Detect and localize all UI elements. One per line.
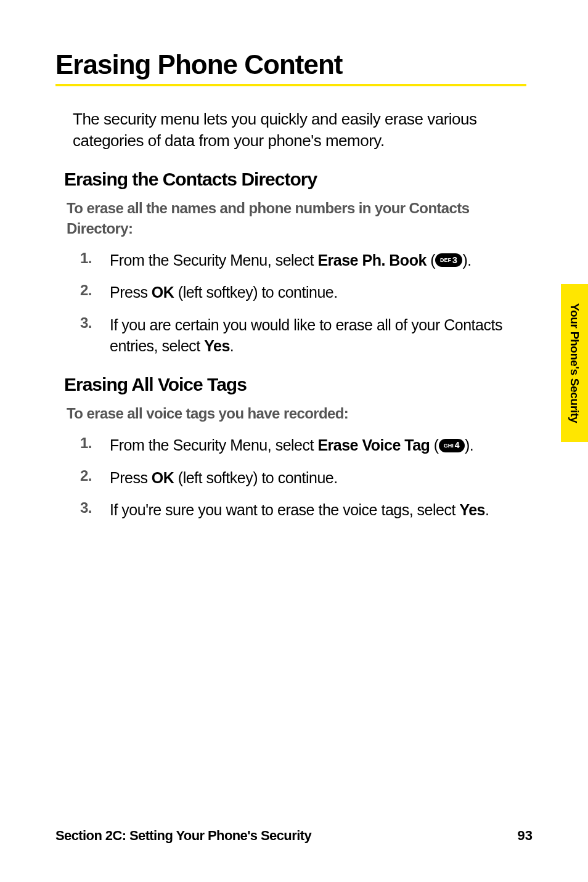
step-number: 1. [80,435,110,452]
bold-ok: OK [152,469,174,486]
page: Erasing Phone Content The security menu … [0,0,588,882]
step-body: From the Security Menu, select Erase Voi… [110,435,473,456]
step-body: Press OK (left softkey) to continue. [110,467,338,489]
key-big: 3 [452,255,457,266]
list-item: 2. Press OK (left softkey) to continue. [80,282,526,303]
bold-erase-voice-tag: Erase Voice Tag [317,436,430,454]
side-tab: Your Phone's Security [561,284,588,442]
lead-voicetags: To erase all voice tags you have recorde… [67,404,526,423]
step-body: If you're sure you want to erase the voi… [110,499,489,521]
list-item: 1. From the Security Menu, select Erase … [80,435,526,456]
bold-ok: OK [152,284,174,301]
step-body: If you are certain you would like to era… [110,314,526,357]
text: (left softkey) to continue. [174,469,337,486]
list-item: 3. If you are certain you would like to … [80,314,526,357]
text: Press [110,469,152,486]
step-body: From the Security Menu, select Erase Ph.… [110,250,472,271]
key-big: 4 [455,439,460,451]
text: ). [462,251,471,269]
text: ( [427,251,435,269]
subhead-voicetags: Erasing All Voice Tags [64,374,526,395]
list-item: 3. If you're sure you want to erase the … [80,499,526,521]
list-item: 1. From the Security Menu, select Erase … [80,250,526,271]
step-number: 2. [80,467,110,484]
page-footer: Section 2C: Setting Your Phone's Securit… [55,828,533,844]
text: From the Security Menu, select [110,436,317,454]
footer-section-label: Section 2C: Setting Your Phone's Securit… [55,828,311,844]
list-item: 2. Press OK (left softkey) to continue. [80,467,526,489]
bold-yes: Yes [459,501,485,518]
bold-yes: Yes [204,337,230,354]
footer-page-number: 93 [518,828,533,844]
steps-voicetags: 1. From the Security Menu, select Erase … [80,435,526,521]
text: ). [465,436,473,454]
step-number: 3. [80,499,110,517]
page-title: Erasing Phone Content [55,49,526,80]
side-tab-label: Your Phone's Security [568,303,581,423]
steps-contacts: 1. From the Security Menu, select Erase … [80,250,526,357]
text: If you're sure you want to erase the voi… [110,501,459,518]
step-number: 2. [80,282,110,299]
subhead-contacts: Erasing the Contacts Directory [64,169,526,190]
text: (left softkey) to continue. [174,284,337,301]
intro-text: The security menu lets you quickly and e… [73,108,526,152]
text: Press [110,284,152,301]
key-small: GHI [444,442,454,449]
text: From the Security Menu, select [110,251,317,269]
step-number: 1. [80,250,110,267]
key-def3-icon: DEF3 [435,253,462,267]
key-small: DEF [440,256,451,264]
text: . [230,337,234,354]
step-number: 3. [80,314,110,332]
key-ghi4-icon: GHI4 [439,439,465,452]
step-body: Press OK (left softkey) to continue. [110,282,338,303]
title-rule [55,84,526,86]
lead-contacts: To erase all the names and phone numbers… [67,198,526,239]
bold-erase-ph-book: Erase Ph. Book [317,251,426,269]
text: If you are certain you would like to era… [110,316,502,355]
text: . [485,501,489,518]
text: ( [430,436,438,454]
